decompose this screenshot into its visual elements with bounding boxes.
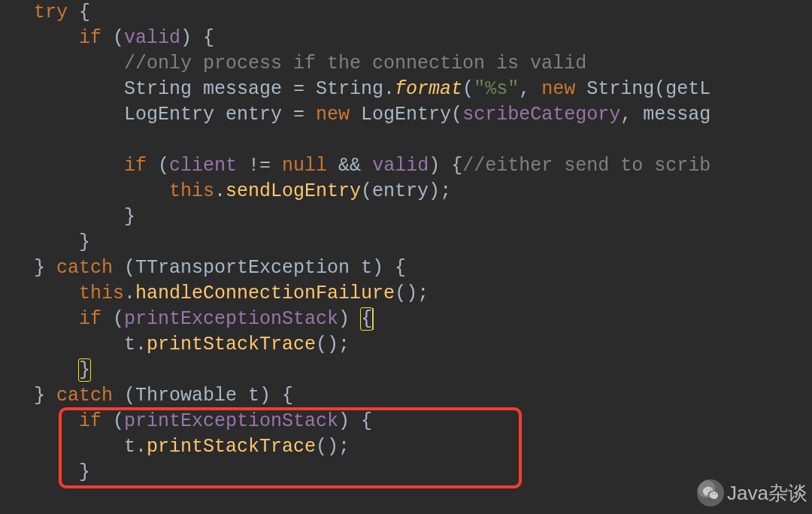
code-token: t. (124, 436, 147, 458)
code-token: valid (372, 155, 429, 177)
code-line[interactable]: } (0, 230, 90, 255)
wechat-icon (697, 479, 724, 506)
code-token: } (79, 359, 90, 381)
code-token: (entry); (361, 180, 451, 202)
code-token: if (79, 27, 102, 49)
code-token: //only process if the connection is vali… (124, 53, 586, 74)
code-token: != (237, 155, 282, 177)
code-line[interactable]: t.printStackTrace(); (0, 332, 350, 358)
code-token: ) { (338, 410, 372, 432)
code-token: , messag (620, 104, 710, 125)
code-token: ) { (180, 27, 214, 49)
code-token: , (519, 78, 541, 100)
code-line[interactable]: //only process if the connection is vali… (0, 51, 586, 77)
code-line[interactable]: this.handleConnectionFailure(); (0, 281, 429, 307)
code-line[interactable]: if (printExceptionStack) { (0, 307, 374, 332)
code-token: } (79, 231, 90, 253)
code-token: handleConnectionFailure (135, 283, 395, 304)
code-token: ( (102, 308, 124, 330)
code-token: new (316, 104, 350, 125)
code-token: t. (124, 334, 147, 355)
code-token: if (79, 410, 102, 432)
code-line[interactable]: if (client != null && valid) {//either s… (0, 153, 710, 179)
code-token: ) { (429, 155, 462, 177)
code-line[interactable]: } catch (TTransportException t) { (0, 255, 406, 281)
code-token: format (395, 78, 462, 100)
code-token: } (34, 385, 56, 407)
code-token: { (361, 308, 372, 330)
code-token: . (124, 283, 135, 304)
code-token: (TTransportException t) { (113, 257, 406, 279)
code-token: } (34, 257, 56, 279)
code-token: { (68, 2, 90, 23)
code-line[interactable]: } (0, 460, 90, 485)
code-token: ( (102, 27, 124, 49)
code-token: scribeCategory (462, 104, 620, 125)
code-line[interactable]: String message = String.format("%s", new… (0, 77, 710, 102)
code-token: LogEntry( (350, 104, 462, 125)
code-token: if (124, 155, 147, 177)
code-line[interactable]: try { (0, 0, 90, 26)
code-token: try (34, 2, 68, 23)
code-token: printExceptionStack (124, 410, 338, 432)
code-token: null (282, 155, 327, 177)
code-token: . (214, 180, 226, 202)
code-token: } (79, 461, 90, 483)
code-token: (Throwable t) { (113, 385, 293, 407)
code-token: printStackTrace (147, 334, 316, 355)
code-token: printExceptionStack (124, 308, 338, 330)
code-line[interactable]: } (0, 358, 90, 383)
code-token: } (124, 206, 135, 228)
code-line[interactable]: LogEntry entry = new LogEntry(scribeCate… (0, 102, 710, 128)
code-token: ( (147, 155, 169, 177)
code-line[interactable]: if (valid) { (0, 26, 214, 51)
code-token: "%s" (474, 78, 519, 100)
code-token: String message = String. (124, 78, 395, 100)
code-token: //either send to scrib (462, 155, 710, 177)
watermark-label: Java杂谈 (727, 480, 807, 506)
code-token: catch (56, 257, 113, 279)
code-line[interactable]: } (0, 204, 135, 230)
code-token: this (169, 180, 214, 202)
code-token: && (327, 155, 372, 177)
code-line[interactable]: t.printStackTrace(); (0, 434, 350, 460)
code-token: sendLogEntry (226, 180, 361, 202)
code-token: ( (462, 78, 474, 100)
code-token: (); (395, 283, 429, 304)
code-token: (); (316, 334, 350, 355)
code-token: ( (102, 410, 124, 432)
code-token: valid (124, 27, 180, 49)
code-token: client (169, 155, 237, 177)
code-line[interactable]: this.sendLogEntry(entry); (0, 179, 451, 204)
code-line[interactable]: } catch (Throwable t) { (0, 383, 293, 409)
code-token: this (79, 283, 124, 304)
code-line[interactable]: if (printExceptionStack) { (0, 409, 372, 434)
code-token: ) (338, 308, 361, 330)
code-token: printStackTrace (147, 436, 316, 458)
code-token: new (541, 78, 575, 100)
wechat-watermark: Java杂谈 (697, 479, 807, 506)
code-token: String(getL (575, 78, 710, 100)
code-token: LogEntry entry = (124, 104, 316, 125)
code-token: if (79, 308, 102, 330)
code-token: (); (316, 436, 350, 458)
code-token: catch (56, 385, 113, 407)
